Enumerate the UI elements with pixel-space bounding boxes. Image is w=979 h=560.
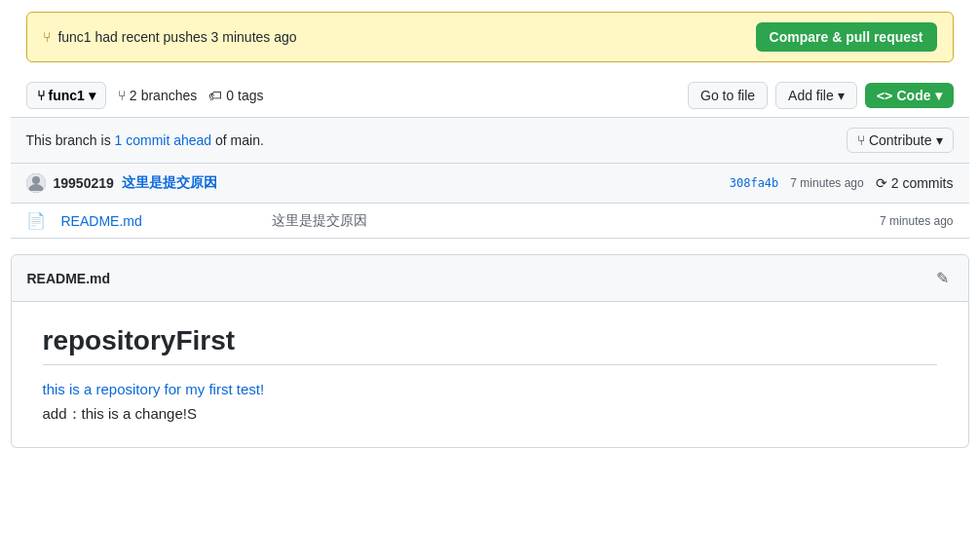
banner-text: ⑂ func1 had recent pushes 3 minutes ago [43, 29, 297, 45]
file-time: 7 minutes ago [880, 214, 953, 228]
tags-link[interactable]: 🏷 0 tags [208, 88, 263, 103]
avatar [26, 173, 46, 193]
pencil-icon: ✎ [936, 270, 949, 286]
chevron-down-icon: ▾ [935, 88, 942, 103]
branch-selector[interactable]: ⑂ func1 ▾ [26, 82, 106, 109]
branches-icon: ⑂ [118, 88, 126, 103]
branch-info-bar: This branch is 1 commit ahead of main. ⑂… [11, 118, 969, 164]
readme-header: README.md ✎ [11, 254, 969, 302]
readme-line2: add：this is a change!S [43, 405, 937, 424]
branches-link[interactable]: ⑂ 2 branches [118, 88, 197, 103]
branches-count: 2 [130, 88, 137, 103]
branches-label: branches [141, 88, 198, 103]
recent-push-banner: ⑂ func1 had recent pushes 3 minutes ago … [26, 12, 954, 62]
latest-commit-row: 19950219 这里是提交原因 308fa4b 7 minutes ago ⟳… [11, 164, 969, 204]
toolbar-left: ⑂ func1 ▾ ⑂ 2 branches 🏷 0 tags [26, 82, 264, 109]
tag-icon: 🏷 [208, 88, 222, 103]
toolbar-right: Go to file Add file ▾ <> Code ▾ [688, 82, 953, 109]
code-icon: <> [877, 88, 893, 103]
commit-time: 7 minutes ago [790, 176, 863, 190]
compare-pull-request-button[interactable]: Compare & pull request [756, 22, 937, 52]
add-file-button[interactable]: Add file ▾ [775, 82, 857, 109]
edit-readme-button[interactable]: ✎ [932, 265, 953, 291]
file-name-link[interactable]: README.md [61, 213, 256, 229]
commit-author: 19950219 [54, 175, 114, 191]
contribute-button[interactable]: ⑂ Contribute ▾ [847, 128, 954, 153]
branch-icon: ⑂ [43, 29, 51, 45]
readme-title: README.md [27, 271, 111, 286]
file-commit-message: 这里是提交原因 [272, 212, 865, 230]
file-row: 📄 README.md 这里是提交原因 7 minutes ago [11, 204, 969, 239]
readme-h1: repositoryFirst [43, 325, 937, 365]
readme-line1: this is a repository for my first test! [43, 381, 937, 397]
code-button[interactable]: <> Code ▾ [865, 83, 954, 108]
branch-name: func1 [49, 88, 85, 103]
repo-toolbar: ⑂ func1 ▾ ⑂ 2 branches 🏷 0 tags Go to fi… [11, 74, 969, 118]
contribute-icon: ⑂ [857, 132, 865, 148]
branch-info-text: This branch is 1 commit ahead of main. [26, 132, 264, 148]
svg-point-1 [32, 176, 40, 184]
file-icon: 📄 [26, 211, 46, 230]
commit-left: 19950219 这里是提交原因 [26, 173, 217, 193]
ahead-link[interactable]: 1 commit ahead [115, 132, 212, 148]
readme-section: README.md ✎ repositoryFirst this is a re… [11, 254, 969, 448]
chevron-down-icon: ▾ [838, 88, 845, 103]
go-to-file-button[interactable]: Go to file [688, 82, 768, 109]
chevron-down-icon: ▾ [936, 132, 943, 148]
branch-icon: ⑂ [37, 88, 45, 103]
tags-count: 0 [226, 88, 234, 103]
tags-label: tags [238, 88, 263, 103]
commit-right: 308fa4b 7 minutes ago ⟳ 2 commits [730, 175, 954, 191]
chevron-down-icon: ▾ [89, 88, 95, 103]
commits-count-link[interactable]: ⟳ 2 commits [876, 175, 954, 191]
readme-body: repositoryFirst this is a repository for… [11, 302, 969, 448]
commit-sha-link[interactable]: 308fa4b [730, 176, 779, 190]
commit-message-link[interactable]: 这里是提交原因 [122, 174, 217, 192]
history-icon: ⟳ [876, 175, 887, 191]
